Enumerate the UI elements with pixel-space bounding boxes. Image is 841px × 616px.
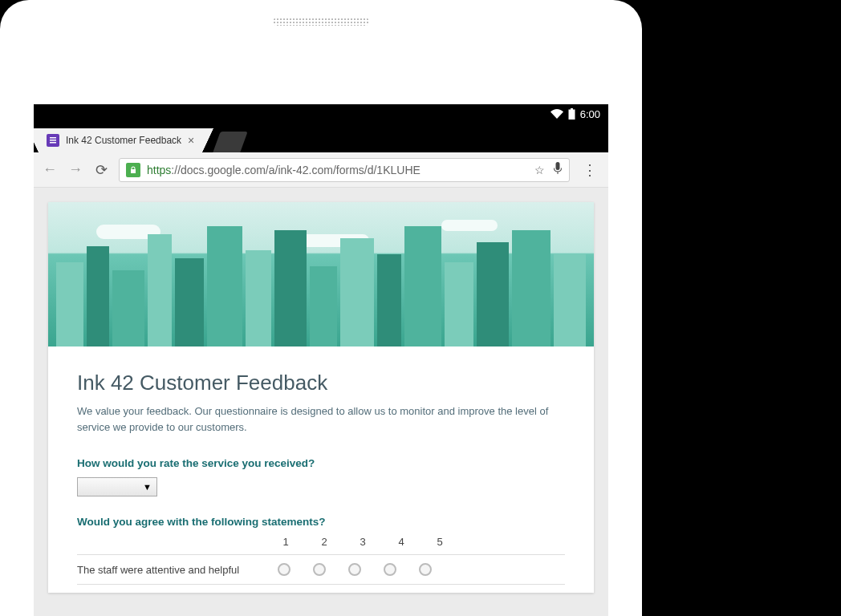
google-form-card: Ink 42 Customer Feedback We value your f… <box>48 202 594 593</box>
question-2-label: Would you agree with the following state… <box>77 516 565 528</box>
grid-col-4: 4 <box>393 536 409 548</box>
mic-icon[interactable] <box>553 162 563 177</box>
question-1-label: How would you rate the service you recei… <box>77 457 565 469</box>
grid-col-2: 2 <box>316 536 332 548</box>
url-path: ://docs.google.com/a/ink-42.com/forms/d/… <box>171 164 420 176</box>
forms-favicon-icon <box>47 134 59 147</box>
browser-menu-button[interactable]: ⋮ <box>579 161 600 179</box>
form-description: We value your feedback. Our questionnair… <box>77 403 565 435</box>
radio-1[interactable] <box>278 563 290 576</box>
radio-5[interactable] <box>419 563 432 576</box>
tablet-frame: 6:00 Ink 42 Customer Feedback × ← → ⟳ h <box>0 0 642 616</box>
new-tab-button[interactable] <box>213 132 248 152</box>
back-button[interactable]: ← <box>42 161 58 178</box>
svg-rect-2 <box>50 142 56 144</box>
url-scheme: https <box>147 164 171 176</box>
form-banner-image <box>48 202 594 346</box>
address-bar[interactable]: https://docs.google.com/a/ink-42.com/for… <box>119 158 570 182</box>
forward-button[interactable]: → <box>67 161 83 178</box>
radio-4[interactable] <box>384 563 396 576</box>
radio-2[interactable] <box>313 563 326 576</box>
browser-toolbar: ← → ⟳ https://docs.google.com/a/ink-42.c… <box>34 152 608 188</box>
grid-row: The staff were attentive and helpful <box>77 554 565 585</box>
browser-tab-active[interactable]: Ink 42 Customer Feedback × <box>39 128 202 152</box>
tab-close-icon[interactable]: × <box>188 134 194 147</box>
grid-row-label: The staff were attentive and helpful <box>77 564 278 576</box>
grid-row-radios <box>278 563 432 576</box>
form-body: Ink 42 Customer Feedback We value your f… <box>48 346 594 593</box>
question-2: Would you agree with the following state… <box>77 516 565 585</box>
speaker-grill <box>273 18 369 26</box>
radio-3[interactable] <box>348 563 361 576</box>
grid-col-5: 5 <box>432 536 448 548</box>
battery-icon <box>568 108 575 120</box>
url-text: https://docs.google.com/a/ink-42.com/for… <box>147 164 420 176</box>
wifi-icon <box>551 109 563 119</box>
rating-select[interactable]: ▼ <box>77 477 157 496</box>
svg-rect-1 <box>50 140 56 141</box>
grid-header: 1 2 3 4 5 <box>77 536 565 548</box>
grid-col-1: 1 <box>278 536 294 548</box>
tab-title: Ink 42 Customer Feedback <box>66 135 181 146</box>
question-1: How would you rate the service you recei… <box>77 457 565 496</box>
android-status-bar: 6:00 <box>34 104 608 124</box>
svg-rect-0 <box>50 137 56 139</box>
device-screen: 6:00 Ink 42 Customer Feedback × ← → ⟳ h <box>34 104 608 616</box>
form-title: Ink 42 Customer Feedback <box>77 371 565 395</box>
browser-tab-strip: Ink 42 Customer Feedback × <box>34 124 608 152</box>
page-viewport[interactable]: Ink 42 Customer Feedback We value your f… <box>34 188 608 616</box>
grid-col-3: 3 <box>355 536 371 548</box>
star-icon[interactable]: ☆ <box>534 164 545 176</box>
lock-icon <box>126 163 140 177</box>
reload-button[interactable]: ⟳ <box>93 161 109 179</box>
status-time: 6:00 <box>580 108 600 120</box>
